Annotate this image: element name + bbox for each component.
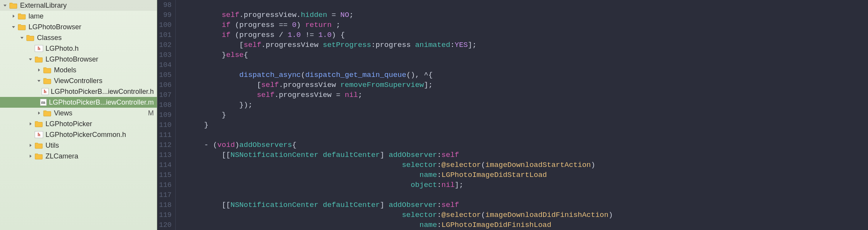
code-line[interactable]: - (void)addObservers{ xyxy=(187,140,868,150)
folder-tree-item[interactable]: ZLCamera xyxy=(0,151,157,162)
code-line[interactable]: if (progress == 0) return ; xyxy=(187,20,868,30)
code-line[interactable]: self.progressView = nil; xyxy=(187,90,868,100)
disclosure-triangle-icon[interactable] xyxy=(11,13,16,19)
folder-icon xyxy=(18,23,26,30)
disclosure-triangle-icon[interactable] xyxy=(28,57,33,62)
folder-icon xyxy=(35,153,43,160)
folder-icon xyxy=(35,142,43,149)
tree-item-label: LGPhotoBrowser xyxy=(29,23,81,31)
folder-tree-item[interactable]: Classes xyxy=(0,32,157,43)
tree-item-label: lame xyxy=(29,12,44,20)
code-line[interactable]: self.progressView.hidden = NO; xyxy=(187,10,868,20)
tree-item-label: ViewControllers xyxy=(54,77,103,85)
tree-item-label: LGPhotoPickerB...iewController.h xyxy=(51,88,154,96)
code-line[interactable]: [self.progressView setProgress:progress … xyxy=(187,40,868,50)
code-area[interactable]: self.progressView.hidden = NO; if (progr… xyxy=(181,0,868,230)
disclosure-triangle-icon[interactable] xyxy=(36,78,42,83)
file-tree-item[interactable]: hLGPhotoPickerB...iewController.h xyxy=(0,86,157,97)
line-number: 114 xyxy=(157,160,174,170)
line-number: 102 xyxy=(157,40,174,50)
folder-icon xyxy=(35,120,43,127)
folder-tree-item[interactable]: ExternalLibrary xyxy=(0,0,157,11)
file-tree-item[interactable]: hLGPhoto.h xyxy=(0,43,157,54)
tree-item-label: LGPhotoPickerCommon.h xyxy=(45,131,126,139)
line-number: 106 xyxy=(157,80,174,90)
tree-item-label: Utils xyxy=(45,142,59,150)
code-line[interactable]: }else{ xyxy=(187,50,868,60)
line-number: 115 xyxy=(157,170,174,180)
folder-tree-item[interactable]: LGPhotoBrowser xyxy=(0,54,157,65)
line-number: 101 xyxy=(157,30,174,40)
tree-item-label: LGPhotoPickerB...iewController.m xyxy=(49,98,154,107)
line-number: 112 xyxy=(157,140,174,150)
line-number: 113 xyxy=(157,150,174,160)
code-editor[interactable]: 9899100101102103104105106107108109110111… xyxy=(157,0,868,230)
code-line[interactable]: dispatch_async(dispatch_get_main_queue()… xyxy=(187,70,868,80)
folder-tree-item[interactable]: ViewControllers xyxy=(0,75,157,86)
code-line[interactable]: }); xyxy=(187,100,868,110)
disclosure-triangle-icon[interactable] xyxy=(36,67,42,73)
header-file-icon: h xyxy=(35,45,43,52)
line-number: 111 xyxy=(157,130,174,140)
code-line[interactable]: object:nil]; xyxy=(187,180,868,190)
line-number: 117 xyxy=(157,190,174,200)
file-navigator[interactable]: ExternalLibrarylameLGPhotoBrowserClasses… xyxy=(0,0,157,230)
disclosure-triangle-icon[interactable] xyxy=(2,3,8,8)
folder-tree-item[interactable]: ViewsM xyxy=(0,108,157,118)
tree-item-label: LGPhotoPicker xyxy=(45,120,92,128)
tree-item-label: ZLCamera xyxy=(45,152,78,160)
line-number: 116 xyxy=(157,180,174,190)
folder-icon xyxy=(43,110,52,117)
file-tree-item[interactable]: hLGPhotoPickerCommon.h xyxy=(0,129,157,140)
file-tree-item[interactable]: mLGPhotoPickerB...iewController.m xyxy=(0,97,157,108)
folder-tree-item[interactable]: lame xyxy=(0,11,157,22)
folder-icon xyxy=(18,13,26,20)
folder-icon xyxy=(9,2,18,9)
line-number: 99 xyxy=(157,10,174,20)
folder-tree-item[interactable]: Models xyxy=(0,65,157,75)
code-line[interactable]: [self.progressView removeFromSuperview]; xyxy=(187,80,868,90)
tree-item-label: Models xyxy=(54,66,76,74)
folder-tree-item[interactable]: LGPhotoBrowser xyxy=(0,22,157,32)
code-line[interactable]: if (progress / 1.0 != 1.0) { xyxy=(187,30,868,40)
folder-tree-item[interactable]: Utils xyxy=(0,140,157,151)
line-number: 109 xyxy=(157,110,174,120)
line-number: 108 xyxy=(157,100,174,110)
disclosure-triangle-icon[interactable] xyxy=(11,24,16,30)
code-line[interactable]: } xyxy=(187,110,868,120)
fold-column xyxy=(176,0,181,230)
disclosure-triangle-icon[interactable] xyxy=(28,153,33,159)
tree-item-label: LGPhotoBrowser xyxy=(45,55,98,63)
disclosure-triangle-icon[interactable] xyxy=(19,35,25,40)
line-number: 120 xyxy=(157,220,174,230)
header-file-icon: h xyxy=(42,88,49,95)
code-line[interactable]: [[NSNotificationCenter defaultCenter] ad… xyxy=(187,200,868,210)
line-number-gutter: 9899100101102103104105106107108109110111… xyxy=(157,0,176,230)
code-line[interactable]: [[NSNotificationCenter defaultCenter] ad… xyxy=(187,150,868,160)
line-number: 110 xyxy=(157,120,174,130)
code-line[interactable]: name:LGPhotoImageDidFinishLoad xyxy=(187,220,868,230)
line-number: 118 xyxy=(157,200,174,210)
line-number: 107 xyxy=(157,90,174,100)
implementation-file-icon: m xyxy=(40,99,47,106)
code-line[interactable] xyxy=(187,190,868,200)
code-line[interactable] xyxy=(187,130,868,140)
line-number: 100 xyxy=(157,20,174,30)
line-number: 105 xyxy=(157,70,174,80)
disclosure-triangle-icon[interactable] xyxy=(28,143,33,148)
folder-icon xyxy=(43,77,52,84)
folder-icon xyxy=(35,56,43,63)
code-line[interactable]: } xyxy=(187,120,868,130)
code-line[interactable] xyxy=(187,60,868,70)
folder-tree-item[interactable]: LGPhotoPicker xyxy=(0,118,157,129)
tree-item-label: LGPhoto.h xyxy=(45,45,79,53)
header-file-icon: h xyxy=(35,131,43,138)
folder-icon xyxy=(43,67,52,73)
line-number: 104 xyxy=(157,60,174,70)
disclosure-triangle-icon[interactable] xyxy=(36,110,42,116)
code-line[interactable]: selector:@selector(imageDownloadDidFinis… xyxy=(187,210,868,220)
code-line[interactable]: selector:@selector(imageDownloadStartAct… xyxy=(187,160,868,170)
code-line[interactable] xyxy=(187,0,868,10)
disclosure-triangle-icon[interactable] xyxy=(28,121,33,127)
code-line[interactable]: name:LGPhotoImageDidStartLoad xyxy=(187,170,868,180)
